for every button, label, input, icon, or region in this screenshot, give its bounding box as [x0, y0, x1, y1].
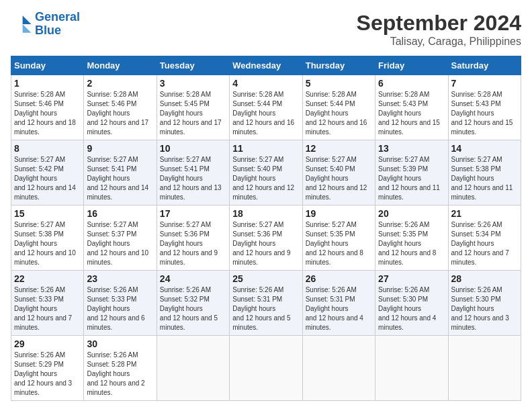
day-of-week-header: Thursday [302, 56, 375, 75]
table-row: 8 Sunrise: 5:27 AM Sunset: 5:42 PM Dayli… [11, 140, 84, 205]
day-info: Sunrise: 5:27 AM Sunset: 5:36 PM Dayligh… [232, 220, 299, 267]
day-of-week-header: Wednesday [230, 56, 302, 75]
table-row: 26 Sunrise: 5:26 AM Sunset: 5:31 PM Dayl… [302, 271, 375, 336]
day-number: 21 [451, 208, 518, 219]
day-of-week-header: Sunday [11, 56, 84, 75]
table-row: 12 Sunrise: 5:27 AM Sunset: 5:40 PM Dayl… [302, 140, 375, 205]
day-info: Sunrise: 5:26 AM Sunset: 5:31 PM Dayligh… [306, 285, 372, 332]
table-row [448, 336, 521, 401]
day-info: Sunrise: 5:27 AM Sunset: 5:39 PM Dayligh… [378, 155, 445, 202]
day-info: Sunrise: 5:28 AM Sunset: 5:46 PM Dayligh… [14, 90, 81, 137]
table-row: 10 Sunrise: 5:27 AM Sunset: 5:41 PM Dayl… [157, 140, 229, 205]
table-row: 6 Sunrise: 5:28 AM Sunset: 5:43 PM Dayli… [375, 75, 448, 140]
table-row: 30 Sunrise: 5:26 AM Sunset: 5:28 PM Dayl… [84, 336, 157, 401]
day-number: 25 [232, 273, 299, 284]
day-number: 9 [87, 143, 153, 154]
table-row: 17 Sunrise: 5:27 AM Sunset: 5:36 PM Dayl… [157, 205, 229, 271]
day-number: 28 [451, 273, 518, 284]
table-row: 9 Sunrise: 5:27 AM Sunset: 5:41 PM Dayli… [84, 140, 157, 205]
table-row: 28 Sunrise: 5:26 AM Sunset: 5:30 PM Dayl… [448, 271, 521, 336]
day-number: 5 [306, 78, 372, 89]
day-number: 6 [378, 78, 445, 89]
day-number: 17 [160, 208, 226, 219]
day-of-week-header: Saturday [448, 56, 521, 75]
table-row: 15 Sunrise: 5:27 AM Sunset: 5:38 PM Dayl… [11, 205, 84, 271]
table-row [230, 336, 302, 401]
table-row [302, 336, 375, 401]
table-row: 5 Sunrise: 5:28 AM Sunset: 5:44 PM Dayli… [302, 75, 375, 140]
day-number: 26 [306, 273, 372, 284]
table-row: 25 Sunrise: 5:26 AM Sunset: 5:31 PM Dayl… [230, 271, 302, 336]
day-number: 14 [451, 143, 518, 154]
table-row: 27 Sunrise: 5:26 AM Sunset: 5:30 PM Dayl… [375, 271, 448, 336]
day-info: Sunrise: 5:27 AM Sunset: 5:36 PM Dayligh… [160, 220, 226, 267]
day-number: 19 [306, 208, 372, 219]
day-info: Sunrise: 5:28 AM Sunset: 5:44 PM Dayligh… [306, 90, 372, 137]
day-info: Sunrise: 5:26 AM Sunset: 5:33 PM Dayligh… [14, 285, 81, 332]
day-info: Sunrise: 5:26 AM Sunset: 5:28 PM Dayligh… [87, 351, 153, 398]
day-number: 11 [232, 143, 299, 154]
day-number: 7 [451, 78, 518, 89]
svg-marker-1 [23, 24, 32, 33]
table-row: 21 Sunrise: 5:26 AM Sunset: 5:34 PM Dayl… [448, 205, 521, 271]
table-row: 24 Sunrise: 5:26 AM Sunset: 5:32 PM Dayl… [157, 271, 229, 336]
table-row: 1 Sunrise: 5:28 AM Sunset: 5:46 PM Dayli… [11, 75, 84, 140]
table-row: 16 Sunrise: 5:27 AM Sunset: 5:37 PM Dayl… [84, 205, 157, 271]
day-info: Sunrise: 5:26 AM Sunset: 5:32 PM Dayligh… [160, 285, 226, 332]
day-number: 3 [160, 78, 226, 89]
table-row: 22 Sunrise: 5:26 AM Sunset: 5:33 PM Dayl… [11, 271, 84, 336]
day-of-week-header: Tuesday [157, 56, 229, 75]
calendar-table: SundayMondayTuesdayWednesdayThursdayFrid… [11, 56, 521, 401]
day-info: Sunrise: 5:28 AM Sunset: 5:46 PM Dayligh… [87, 90, 153, 137]
day-number: 1 [14, 78, 81, 89]
table-row: 3 Sunrise: 5:28 AM Sunset: 5:45 PM Dayli… [157, 75, 229, 140]
table-row: 11 Sunrise: 5:27 AM Sunset: 5:40 PM Dayl… [230, 140, 302, 205]
table-row: 29 Sunrise: 5:26 AM Sunset: 5:29 PM Dayl… [11, 336, 84, 401]
day-number: 23 [87, 273, 153, 284]
day-info: Sunrise: 5:27 AM Sunset: 5:42 PM Dayligh… [14, 155, 81, 202]
table-row: 18 Sunrise: 5:27 AM Sunset: 5:36 PM Dayl… [230, 205, 302, 271]
day-info: Sunrise: 5:26 AM Sunset: 5:30 PM Dayligh… [378, 285, 445, 332]
day-info: Sunrise: 5:27 AM Sunset: 5:37 PM Dayligh… [87, 220, 153, 267]
day-number: 16 [87, 208, 153, 219]
table-row [375, 336, 448, 401]
svg-marker-0 [23, 15, 32, 24]
day-number: 4 [232, 78, 299, 89]
day-info: Sunrise: 5:27 AM Sunset: 5:38 PM Dayligh… [451, 155, 518, 202]
month-title: September 2024 [357, 11, 521, 36]
table-row: 7 Sunrise: 5:28 AM Sunset: 5:43 PM Dayli… [448, 75, 521, 140]
day-number: 2 [87, 78, 153, 89]
day-number: 18 [232, 208, 299, 219]
day-info: Sunrise: 5:27 AM Sunset: 5:40 PM Dayligh… [306, 155, 372, 202]
day-info: Sunrise: 5:28 AM Sunset: 5:43 PM Dayligh… [378, 90, 445, 137]
table-row [157, 336, 229, 401]
day-info: Sunrise: 5:27 AM Sunset: 5:40 PM Dayligh… [232, 155, 299, 202]
table-row: 20 Sunrise: 5:26 AM Sunset: 5:35 PM Dayl… [375, 205, 448, 271]
table-row: 4 Sunrise: 5:28 AM Sunset: 5:44 PM Dayli… [230, 75, 302, 140]
day-info: Sunrise: 5:27 AM Sunset: 5:41 PM Dayligh… [87, 155, 153, 202]
day-info: Sunrise: 5:26 AM Sunset: 5:30 PM Dayligh… [451, 285, 518, 332]
day-info: Sunrise: 5:28 AM Sunset: 5:45 PM Dayligh… [160, 90, 226, 137]
day-number: 15 [14, 208, 81, 219]
day-info: Sunrise: 5:26 AM Sunset: 5:34 PM Dayligh… [451, 220, 518, 267]
day-number: 22 [14, 273, 81, 284]
table-row: 23 Sunrise: 5:26 AM Sunset: 5:33 PM Dayl… [84, 271, 157, 336]
day-of-week-header: Friday [375, 56, 448, 75]
table-row: 13 Sunrise: 5:27 AM Sunset: 5:39 PM Dayl… [375, 140, 448, 205]
day-info: Sunrise: 5:26 AM Sunset: 5:35 PM Dayligh… [378, 220, 445, 267]
logo: General Blue [11, 11, 80, 38]
day-info: Sunrise: 5:27 AM Sunset: 5:38 PM Dayligh… [14, 220, 81, 267]
day-of-week-header: Monday [84, 56, 157, 75]
day-info: Sunrise: 5:28 AM Sunset: 5:44 PM Dayligh… [232, 90, 299, 137]
table-row: 2 Sunrise: 5:28 AM Sunset: 5:46 PM Dayli… [84, 75, 157, 140]
day-info: Sunrise: 5:26 AM Sunset: 5:29 PM Dayligh… [14, 351, 81, 398]
logo-icon [11, 13, 32, 35]
day-number: 24 [160, 273, 226, 284]
day-number: 10 [160, 143, 226, 154]
location-title: Talisay, Caraga, Philippines [357, 36, 521, 48]
day-number: 27 [378, 273, 445, 284]
day-number: 30 [87, 338, 153, 349]
day-info: Sunrise: 5:27 AM Sunset: 5:35 PM Dayligh… [306, 220, 372, 267]
day-info: Sunrise: 5:26 AM Sunset: 5:31 PM Dayligh… [232, 285, 299, 332]
table-row: 19 Sunrise: 5:27 AM Sunset: 5:35 PM Dayl… [302, 205, 375, 271]
